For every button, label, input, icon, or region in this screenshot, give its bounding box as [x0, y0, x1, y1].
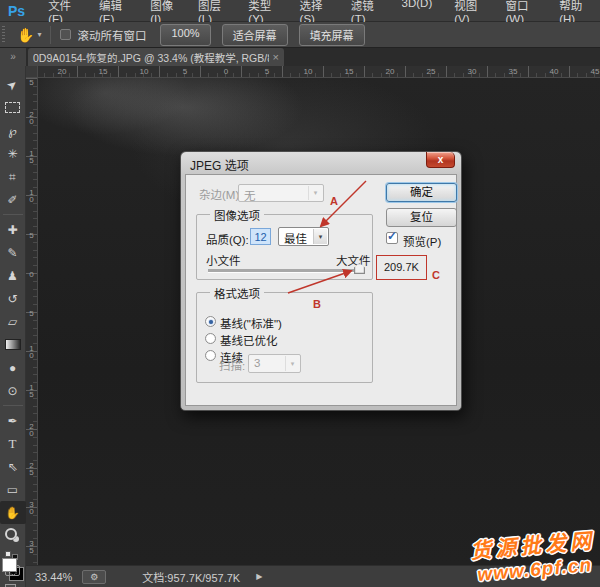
- ruler-number: 10: [304, 67, 313, 76]
- ruler-number: 35: [509, 67, 518, 76]
- ruler-number: 45: [591, 67, 600, 76]
- menu-item[interactable]: 选择(S): [289, 0, 340, 25]
- file-size-value: 209.7K: [376, 255, 427, 280]
- document-size-info[interactable]: 文档:957.7K/957.7K: [142, 569, 240, 585]
- zoom-tool[interactable]: [0, 524, 26, 547]
- scans-label: 扫描:: [219, 357, 245, 373]
- ruler-number: 20: [58, 67, 67, 76]
- quality-preset-dropdown[interactable]: 最佳 ▾: [278, 227, 329, 246]
- color-swatches[interactable]: [1, 558, 25, 565]
- tool-separator[interactable]: [0, 402, 26, 409]
- chevron-down-icon: ▾: [308, 186, 322, 200]
- marquee-tool[interactable]: [0, 96, 26, 119]
- small-file-label: 小文件: [206, 252, 241, 268]
- preview-checkbox[interactable]: ✓: [386, 232, 398, 244]
- toolbox: ➤℘✳⌗✐✚✎♟↺▱●⊙✒T⇖▭✋: [0, 66, 26, 587]
- watermark: 货源批发网 www.6pf.cn: [469, 524, 598, 587]
- dialog-title: JPEG 选项: [181, 152, 461, 174]
- ruler-number: 35: [27, 539, 36, 553]
- ok-button[interactable]: 确定: [386, 183, 457, 202]
- menu-item[interactable]: 编辑(E): [88, 0, 139, 25]
- format-radio-label: 基线("标准"): [220, 315, 282, 331]
- quick-selection-tool[interactable]: ✳: [0, 142, 26, 165]
- swap-colors-icon[interactable]: [5, 551, 21, 554]
- gear-icon[interactable]: ⚙: [82, 570, 106, 584]
- move-tool[interactable]: ➤: [0, 73, 26, 96]
- hand-tool-icon[interactable]: ✋: [17, 27, 34, 43]
- photoshop-logo: Ps: [8, 3, 25, 19]
- menu-item[interactable]: 图层(L): [187, 0, 237, 25]
- type-tool[interactable]: T: [0, 432, 26, 455]
- ruler-number: 10: [27, 188, 36, 202]
- image-options-legend: 图像选项: [210, 207, 264, 223]
- menu-items: 文件(F)编辑(E)图像(I)图层(L)类型(Y)选择(S)滤镜(T)3D(D)…: [37, 0, 600, 25]
- format-radio-label: 基线已优化: [220, 332, 278, 348]
- ruler-number: 15: [27, 383, 36, 397]
- path-selection-tool[interactable]: ⇖: [0, 455, 26, 478]
- menu-item[interactable]: 图像(I): [139, 0, 187, 25]
- clone-stamp-tool[interactable]: ♟: [0, 264, 26, 287]
- document-tab[interactable]: 0D9A0154-恢复的.JPG @ 33.4% (教程教学, RGB/8) *…: [28, 48, 284, 66]
- ruler-number: 20: [27, 110, 36, 124]
- scroll-all-windows-checkbox[interactable]: [60, 29, 71, 40]
- brush-tool[interactable]: ✎: [0, 241, 26, 264]
- ruler-number: 30: [468, 67, 477, 76]
- format-radio-row[interactable]: 基线已优化: [197, 332, 372, 346]
- format-radio-row[interactable]: 基线("标准"): [197, 315, 372, 329]
- reset-button[interactable]: 复位: [386, 208, 457, 227]
- zoom-preset-button[interactable]: 适合屏幕: [222, 24, 288, 46]
- ruler-corner: [26, 66, 38, 78]
- ruler-number: 30: [27, 500, 36, 514]
- pen-tool[interactable]: ✒: [0, 409, 26, 432]
- ruler-number: 15: [27, 149, 36, 163]
- dodge-tool[interactable]: ⊙: [0, 379, 26, 402]
- zoom-preset-button[interactable]: 填充屏幕: [299, 24, 365, 46]
- chevron-down-icon[interactable]: ▾: [37, 30, 41, 39]
- ruler-number: 5: [265, 67, 269, 76]
- check-icon: ✓: [387, 229, 397, 243]
- ruler-number: 10: [140, 67, 149, 76]
- menu-item[interactable]: 窗口(W): [495, 0, 549, 25]
- eyedropper-tool[interactable]: ✐: [0, 188, 26, 211]
- menu-item[interactable]: 文件(F): [37, 0, 88, 25]
- eraser-tool[interactable]: ▱: [0, 310, 26, 333]
- radio-icon[interactable]: [205, 350, 216, 361]
- menu-item[interactable]: 滤镜(T): [340, 0, 391, 25]
- jpeg-options-dialog: JPEG 选项 x 杂边(M): 无 ▾ 确定 复位 图像选项 品质(Q): 1…: [180, 151, 462, 411]
- scans-dropdown: 3 ▾: [248, 354, 301, 373]
- menu-item[interactable]: 3D(D): [391, 0, 444, 25]
- zoom-level-field[interactable]: 33.44%: [35, 571, 72, 583]
- close-icon[interactable]: x: [426, 152, 455, 168]
- blur-tool[interactable]: ●: [0, 356, 26, 379]
- matte-label: 杂边(M):: [199, 186, 242, 202]
- close-icon[interactable]: ×: [273, 51, 279, 63]
- menu-item[interactable]: 视图(V): [443, 0, 494, 25]
- quality-input[interactable]: 12: [250, 228, 271, 245]
- options-bar: ✋ ▾ 滚动所有窗口 100%适合屏幕填充屏幕: [0, 22, 600, 48]
- radio-icon[interactable]: [205, 316, 216, 327]
- tool-separator[interactable]: [0, 211, 26, 218]
- annotation-label-c: C: [432, 269, 440, 281]
- radio-icon[interactable]: [205, 333, 216, 344]
- separator: [50, 26, 51, 44]
- foreground-color-swatch[interactable]: [2, 558, 17, 572]
- healing-brush-tool[interactable]: ✚: [0, 218, 26, 241]
- screen-mode-icon[interactable]: [0, 580, 26, 587]
- chevron-down-icon: ▾: [313, 229, 327, 244]
- ruler-number: 0: [27, 270, 36, 277]
- hand-tool[interactable]: ✋: [0, 501, 26, 524]
- ruler-number: 5: [27, 309, 36, 316]
- crop-tool[interactable]: ⌗: [0, 165, 26, 188]
- lasso-tool[interactable]: ℘: [0, 119, 26, 142]
- toolbox-collapse-icon[interactable]: »: [0, 48, 26, 66]
- gradient-tool[interactable]: [0, 333, 26, 356]
- scans-value: 3: [254, 357, 260, 369]
- shape-tool[interactable]: ▭: [0, 478, 26, 501]
- quality-slider-track[interactable]: [208, 269, 365, 272]
- zoom-preset-button[interactable]: 100%: [160, 24, 210, 46]
- ruler-number: 5: [27, 231, 36, 238]
- history-brush-tool[interactable]: ↺: [0, 287, 26, 310]
- status-expander-icon[interactable]: ▶: [256, 572, 262, 581]
- menu-item[interactable]: 类型(Y): [237, 0, 288, 25]
- menu-item[interactable]: 帮助(H): [548, 0, 600, 25]
